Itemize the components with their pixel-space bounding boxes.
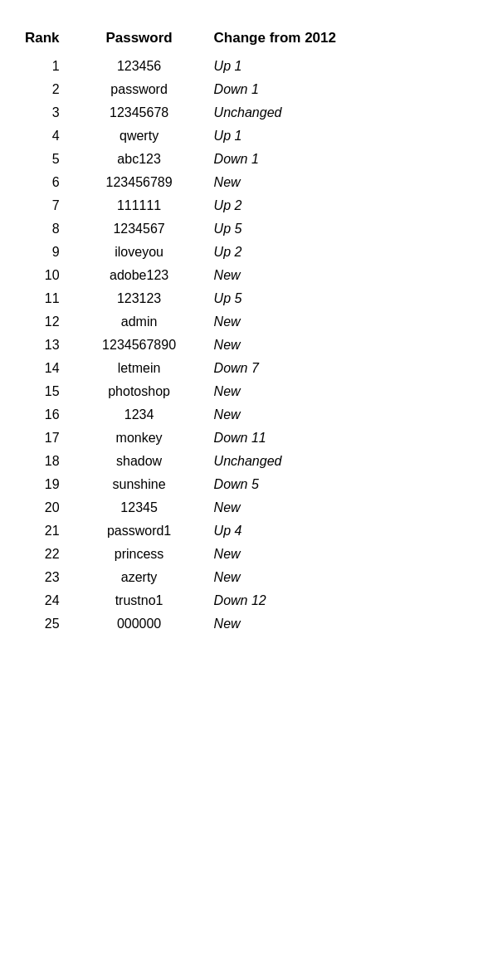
change-cell: New: [206, 171, 466, 194]
rank-cell: 3: [17, 101, 73, 124]
table-row: 19sunshineDown 5: [17, 473, 466, 496]
password-cell: princess: [73, 543, 206, 566]
password-cell: password1: [73, 519, 206, 543]
rank-cell: 24: [17, 589, 73, 612]
rank-cell: 11: [17, 287, 73, 310]
password-cell: 1234567: [73, 217, 206, 241]
change-cell: Down 1: [206, 78, 466, 101]
change-cell: Up 2: [206, 194, 466, 217]
table-row: 131234567890New: [17, 334, 466, 357]
change-cell: New: [206, 612, 466, 636]
table-row: 23azertyNew: [17, 566, 466, 589]
change-cell: Up 1: [206, 124, 466, 148]
password-cell: sunshine: [73, 473, 206, 496]
table-row: 22princessNew: [17, 543, 466, 566]
password-cell: trustno1: [73, 589, 206, 612]
password-rankings-table: Rank Password Change from 2012 1123456Up…: [17, 25, 466, 636]
table-row: 12adminNew: [17, 310, 466, 334]
table-row: 21password1Up 4: [17, 519, 466, 543]
table-row: 312345678Unchanged: [17, 101, 466, 124]
rank-cell: 17: [17, 427, 73, 450]
password-cell: letmein: [73, 357, 206, 380]
table-row: 2passwordDown 1: [17, 78, 466, 101]
password-cell: password: [73, 78, 206, 101]
change-cell: New: [206, 334, 466, 357]
password-cell: 123456: [73, 55, 206, 78]
rank-cell: 25: [17, 612, 73, 636]
password-cell: 000000: [73, 612, 206, 636]
rank-cell: 14: [17, 357, 73, 380]
change-cell: New: [206, 566, 466, 589]
change-cell: Up 5: [206, 287, 466, 310]
rank-cell: 6: [17, 171, 73, 194]
table-row: 161234New: [17, 403, 466, 427]
table-row: 10adobe123New: [17, 264, 466, 287]
password-cell: 123456789: [73, 171, 206, 194]
rank-cell: 9: [17, 241, 73, 264]
table-row: 81234567Up 5: [17, 217, 466, 241]
table-row: 15photoshopNew: [17, 380, 466, 403]
password-cell: shadow: [73, 450, 206, 473]
password-cell: 1234567890: [73, 334, 206, 357]
table-row: 14letmeinDown 7: [17, 357, 466, 380]
rank-cell: 2: [17, 78, 73, 101]
password-cell: 12345: [73, 496, 206, 519]
rank-cell: 20: [17, 496, 73, 519]
password-cell: abc123: [73, 148, 206, 171]
change-cell: Down 11: [206, 427, 466, 450]
table-row: 24trustno1Down 12: [17, 589, 466, 612]
table-row: 18shadowUnchanged: [17, 450, 466, 473]
rank-cell: 5: [17, 148, 73, 171]
change-cell: New: [206, 496, 466, 519]
change-cell: Up 4: [206, 519, 466, 543]
password-cell: 111111: [73, 194, 206, 217]
table-row: 5abc123Down 1: [17, 148, 466, 171]
password-cell: 123123: [73, 287, 206, 310]
password-cell: monkey: [73, 427, 206, 450]
table-row: 9iloveyouUp 2: [17, 241, 466, 264]
table-row: 11123123Up 5: [17, 287, 466, 310]
change-cell: Down 12: [206, 589, 466, 612]
password-cell: adobe123: [73, 264, 206, 287]
table-body: 1123456Up 12passwordDown 1312345678Uncha…: [17, 55, 466, 636]
change-cell: New: [206, 264, 466, 287]
rank-cell: 18: [17, 450, 73, 473]
password-cell: 1234: [73, 403, 206, 427]
change-cell: Down 7: [206, 357, 466, 380]
rank-cell: 13: [17, 334, 73, 357]
password-header: Password: [73, 25, 206, 55]
change-cell: Unchanged: [206, 101, 466, 124]
rank-cell: 10: [17, 264, 73, 287]
change-cell: New: [206, 380, 466, 403]
rank-header: Rank: [17, 25, 73, 55]
rank-cell: 16: [17, 403, 73, 427]
change-header: Change from 2012: [206, 25, 466, 55]
change-cell: Unchanged: [206, 450, 466, 473]
table-row: 6123456789New: [17, 171, 466, 194]
change-cell: New: [206, 403, 466, 427]
rank-cell: 22: [17, 543, 73, 566]
rank-cell: 19: [17, 473, 73, 496]
change-cell: Up 2: [206, 241, 466, 264]
rank-cell: 15: [17, 380, 73, 403]
table-row: 17monkeyDown 11: [17, 427, 466, 450]
table-row: 1123456Up 1: [17, 55, 466, 78]
change-cell: New: [206, 310, 466, 334]
table-row: 7111111Up 2: [17, 194, 466, 217]
table-row: 4qwertyUp 1: [17, 124, 466, 148]
password-cell: azerty: [73, 566, 206, 589]
password-cell: 12345678: [73, 101, 206, 124]
password-table-container: Rank Password Change from 2012 1123456Up…: [0, 17, 483, 644]
change-cell: Down 5: [206, 473, 466, 496]
table-header-row: Rank Password Change from 2012: [17, 25, 466, 55]
change-cell: New: [206, 543, 466, 566]
change-cell: Up 1: [206, 55, 466, 78]
change-cell: Up 5: [206, 217, 466, 241]
change-cell: Down 1: [206, 148, 466, 171]
rank-cell: 23: [17, 566, 73, 589]
password-cell: photoshop: [73, 380, 206, 403]
rank-cell: 4: [17, 124, 73, 148]
password-cell: qwerty: [73, 124, 206, 148]
password-cell: iloveyou: [73, 241, 206, 264]
password-cell: admin: [73, 310, 206, 334]
